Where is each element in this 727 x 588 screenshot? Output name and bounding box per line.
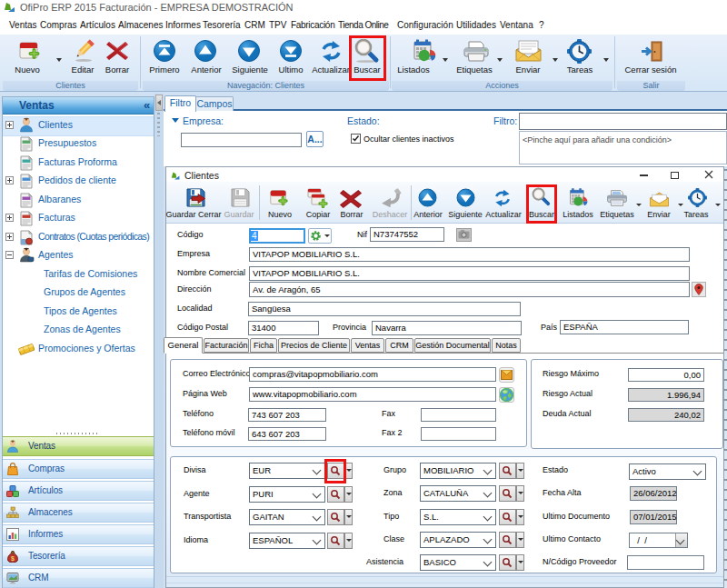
- svg-text:$: $: [11, 555, 15, 563]
